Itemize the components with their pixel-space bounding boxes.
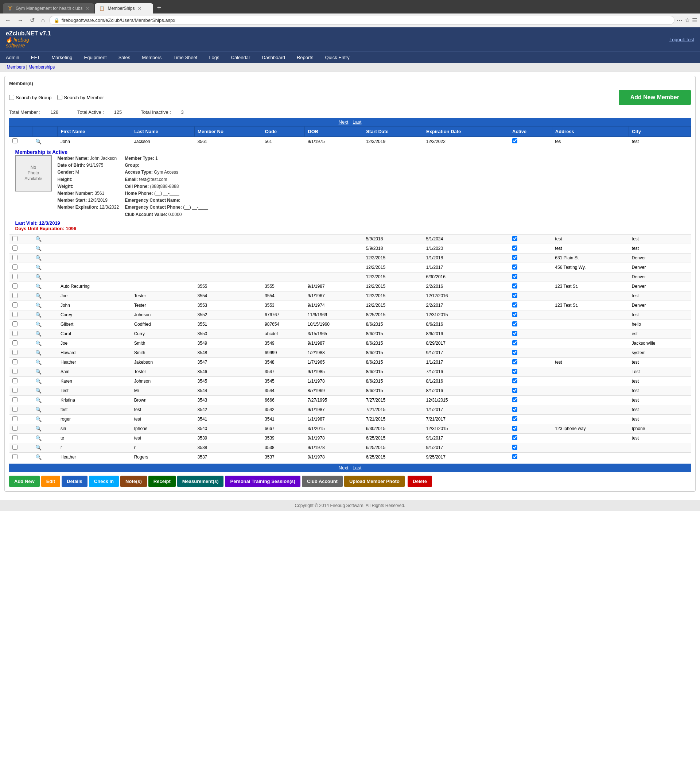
row-checkbox[interactable] <box>13 312 17 317</box>
active-checkbox[interactable] <box>512 321 517 326</box>
search-member-icon[interactable]: 🔍 <box>35 283 41 289</box>
row-checkbox[interactable] <box>13 378 17 383</box>
active-checkbox[interactable] <box>512 302 517 307</box>
search-member-icon[interactable]: 🔍 <box>35 435 41 441</box>
nav-members[interactable]: Members <box>136 52 167 63</box>
nav-marketing[interactable]: Marketing <box>46 52 78 63</box>
row-checkbox[interactable] <box>13 138 17 143</box>
checkin-button[interactable]: Check In <box>89 476 119 487</box>
active-checkbox[interactable] <box>512 264 517 269</box>
row-checkbox[interactable] <box>13 350 17 355</box>
row-checkbox[interactable] <box>13 388 17 393</box>
club-account-button[interactable]: Club Account <box>302 476 343 487</box>
active-checkbox[interactable] <box>512 407 517 412</box>
address-bar[interactable]: 🔒 firebugsoftware.com/eZclub/Users/Membe… <box>49 16 675 25</box>
nav-dashboard[interactable]: Dashboard <box>256 52 291 63</box>
add-new-member-button[interactable]: Add New Member <box>619 90 691 105</box>
active-checkbox[interactable] <box>512 274 517 279</box>
active-checkbox[interactable] <box>512 138 517 143</box>
inactive-tab[interactable]: 🏋 Gym Management for health clubs ✕ <box>3 3 94 14</box>
search-member-icon[interactable]: 🔍 <box>35 369 41 375</box>
nav-timesheet[interactable]: Time Sheet <box>167 52 203 63</box>
row-checkbox[interactable] <box>13 321 17 326</box>
search-group-label[interactable]: Search by Group <box>9 95 51 100</box>
active-checkbox[interactable] <box>512 435 517 440</box>
active-checkbox[interactable] <box>512 397 517 402</box>
search-member-icon[interactable]: 🔍 <box>35 445 41 451</box>
row-checkbox[interactable] <box>13 416 17 421</box>
nav-reports[interactable]: Reports <box>291 52 319 63</box>
row-checkbox[interactable] <box>13 426 17 431</box>
search-member-icon[interactable]: 🔍 <box>35 139 41 144</box>
inactive-tab-close[interactable]: ✕ <box>85 5 90 11</box>
home-button[interactable]: ⌂ <box>39 16 47 24</box>
search-member-icon[interactable]: 🔍 <box>35 388 41 394</box>
row-checkbox[interactable] <box>13 369 17 374</box>
training-button[interactable]: Personal Training Session(s) <box>225 476 300 487</box>
search-member-checkbox[interactable] <box>57 95 62 100</box>
nav-logs[interactable]: Logs <box>203 52 225 63</box>
bottom-last-link[interactable]: Last <box>352 465 362 470</box>
active-checkbox[interactable] <box>512 283 517 288</box>
search-member-icon[interactable]: 🔍 <box>35 426 41 432</box>
search-member-icon[interactable]: 🔍 <box>35 245 41 251</box>
back-button[interactable]: ← <box>3 16 13 24</box>
upload-photo-button[interactable]: Upload Member Photo <box>344 476 405 487</box>
active-tab[interactable]: 📋 MemberShips ✕ <box>95 3 153 14</box>
notes-button[interactable]: Note(s) <box>120 476 147 487</box>
reload-button[interactable]: ↺ <box>28 16 37 24</box>
edit-button[interactable]: Edit <box>41 476 60 487</box>
active-checkbox[interactable] <box>512 388 517 393</box>
row-checkbox[interactable] <box>13 340 17 345</box>
active-checkbox[interactable] <box>512 340 517 345</box>
search-member-icon[interactable]: 🔍 <box>35 321 41 327</box>
row-checkbox[interactable] <box>13 245 17 251</box>
row-checkbox[interactable] <box>13 359 17 364</box>
logout-link[interactable]: Logout: test <box>669 37 694 42</box>
row-checkbox[interactable] <box>13 435 17 440</box>
search-member-icon[interactable]: 🔍 <box>35 264 41 270</box>
forward-button[interactable]: → <box>15 16 25 24</box>
search-member-icon[interactable]: 🔍 <box>35 340 41 346</box>
active-checkbox[interactable] <box>512 312 517 317</box>
row-checkbox[interactable] <box>13 274 17 279</box>
row-checkbox[interactable] <box>13 302 17 307</box>
active-checkbox[interactable] <box>512 293 517 298</box>
search-member-icon[interactable]: 🔍 <box>35 454 41 460</box>
active-checkbox[interactable] <box>512 454 517 459</box>
search-member-icon[interactable]: 🔍 <box>35 236 41 242</box>
active-checkbox[interactable] <box>512 445 517 450</box>
nav-quickentry[interactable]: Quick Entry <box>319 52 355 63</box>
row-checkbox[interactable] <box>13 331 17 336</box>
search-member-icon[interactable]: 🔍 <box>35 312 41 318</box>
search-member-icon[interactable]: 🔍 <box>35 255 41 261</box>
active-checkbox[interactable] <box>512 378 517 383</box>
row-checkbox[interactable] <box>13 293 17 298</box>
top-last-link[interactable]: Last <box>352 119 362 125</box>
nav-eft[interactable]: EFT <box>25 52 46 63</box>
row-checkbox[interactable] <box>13 407 17 412</box>
row-checkbox[interactable] <box>13 397 17 402</box>
details-button[interactable]: Details <box>62 476 87 487</box>
active-checkbox[interactable] <box>512 236 517 241</box>
active-checkbox[interactable] <box>512 426 517 431</box>
active-checkbox[interactable] <box>512 255 517 260</box>
active-tab-close[interactable]: ✕ <box>137 5 142 11</box>
nav-calendar[interactable]: Calendar <box>225 52 256 63</box>
nav-equipment[interactable]: Equipment <box>78 52 113 63</box>
receipt-button[interactable]: Receipt <box>149 476 176 487</box>
top-next-link[interactable]: Next <box>339 119 349 125</box>
breadcrumb-memberships[interactable]: Memberships <box>28 65 55 70</box>
search-member-icon[interactable]: 🔍 <box>35 359 41 365</box>
row-checkbox[interactable] <box>13 264 17 269</box>
active-checkbox[interactable] <box>512 350 517 355</box>
row-checkbox[interactable] <box>13 283 17 288</box>
row-checkbox[interactable] <box>13 255 17 260</box>
search-member-icon[interactable]: 🔍 <box>35 331 41 337</box>
bottom-next-link[interactable]: Next <box>339 465 349 470</box>
row-checkbox[interactable] <box>13 445 17 450</box>
search-member-icon[interactable]: 🔍 <box>35 274 41 280</box>
active-checkbox[interactable] <box>512 369 517 374</box>
search-member-icon[interactable]: 🔍 <box>35 302 41 308</box>
active-checkbox[interactable] <box>512 245 517 251</box>
